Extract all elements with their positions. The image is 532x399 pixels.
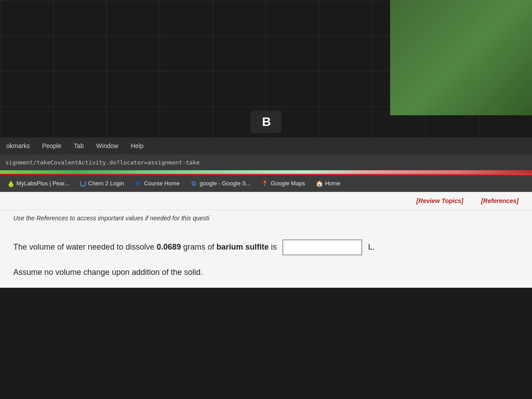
pear-icon: 🍐 xyxy=(7,180,14,187)
references-link[interactable]: [References] xyxy=(481,197,519,204)
bookmark-chem2login[interactable]: Chem 2 Login xyxy=(75,179,129,188)
browser-icon-area: B xyxy=(250,111,282,133)
menu-item-tab[interactable]: Tab xyxy=(72,141,86,150)
question-text: The volume of water needed to dissolve 0… xyxy=(13,239,519,255)
references-note: Use the References to access important v… xyxy=(0,210,532,226)
url-text: signment/takeCovalentActivity.do?locator… xyxy=(5,159,200,166)
bookmark-google[interactable]: G google - Google S... xyxy=(186,179,255,188)
menu-item-help[interactable]: Help xyxy=(129,141,145,150)
bookmark-google-label: google - Google S... xyxy=(200,180,251,187)
bookmark-coursehome[interactable]: P Course Home xyxy=(130,179,184,188)
bookmark-coursehome-label: Course Home xyxy=(144,180,180,187)
unit-label: L. xyxy=(368,243,375,251)
menu-item-people[interactable]: People xyxy=(40,141,63,150)
question-bold-value: 0.0689 xyxy=(156,243,181,251)
google-g-icon: G xyxy=(190,180,197,187)
action-links-row: [Review Topics] [References] xyxy=(0,192,532,210)
references-note-text: Use the References to access important v… xyxy=(13,215,209,222)
url-bar[interactable]: signment/takeCovalentActivity.do?locator… xyxy=(0,154,532,170)
green-panel xyxy=(390,0,532,115)
bookmark-googlemaps-label: Google Maps xyxy=(271,180,305,187)
bookmark-home-label: Home xyxy=(325,180,340,187)
question-middle: grams of xyxy=(181,243,216,251)
bookmark-googlemaps[interactable]: 📍 Google Maps xyxy=(257,179,309,188)
answer-input[interactable] xyxy=(282,239,362,255)
screen-display-area: B xyxy=(0,0,532,137)
browser-b-icon: B xyxy=(250,111,282,133)
question-suffix: is xyxy=(269,243,277,251)
question-area: The volume of water needed to dissolve 0… xyxy=(0,226,532,288)
review-topics-link[interactable]: [Review Topics] xyxy=(416,197,463,204)
assumption-text: Assume no volume change upon addition of… xyxy=(13,266,519,279)
gradient-bar xyxy=(0,170,532,174)
home-icon: 🏠 xyxy=(316,180,323,187)
bookmark-home[interactable]: 🏠 Home xyxy=(311,179,345,188)
question-prefix: The volume of water needed to dissolve xyxy=(13,243,156,251)
refresh-circle-icon xyxy=(80,180,86,187)
menu-bar: okmarks People Tab Window Help xyxy=(0,137,532,154)
bookmark-mylabsplus[interactable]: 🍐 MyLabsPlus | Pear... xyxy=(3,179,74,188)
menu-item-bookmarks[interactable]: okmarks xyxy=(4,141,31,150)
bookmark-mylabsplus-label: MyLabsPlus | Pear... xyxy=(16,180,69,187)
menu-item-window[interactable]: Window xyxy=(94,141,120,150)
question-bold-substance: barium sulfite xyxy=(216,243,269,251)
bookmarks-bar: 🍐 MyLabsPlus | Pear... Chem 2 Login P Co… xyxy=(0,175,532,192)
pearson-p-icon: P xyxy=(135,180,142,187)
bookmark-chem2login-label: Chem 2 Login xyxy=(88,180,124,187)
maps-pin-icon: 📍 xyxy=(262,180,269,187)
